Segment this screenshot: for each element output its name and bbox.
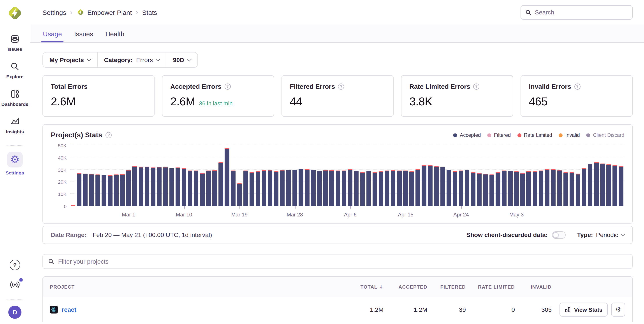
- chart-bar[interactable]: [619, 166, 624, 206]
- whats-new-button[interactable]: [9, 280, 20, 291]
- sidebar-item-explore[interactable]: Explore: [6, 62, 24, 79]
- breadcrumb-settings[interactable]: Settings: [42, 8, 66, 16]
- chart-bar[interactable]: [490, 174, 494, 206]
- chart-bar[interactable]: [606, 165, 611, 206]
- column-rate-limited[interactable]: RATE LIMITED: [466, 284, 515, 290]
- chart-bar[interactable]: [613, 165, 617, 206]
- period-selector[interactable]: 90D: [166, 52, 197, 67]
- sidebar-item-insights[interactable]: Insights: [6, 117, 24, 134]
- chart-bar[interactable]: [249, 172, 254, 206]
- chart-bar[interactable]: [132, 166, 137, 206]
- help-icon[interactable]: ?: [473, 83, 480, 89]
- chart-bar[interactable]: [600, 163, 605, 206]
- tab-issues[interactable]: Issues: [74, 26, 94, 42]
- chart-bar[interactable]: [305, 169, 309, 206]
- sidebar-item-settings[interactable]: ⚙ Settings: [6, 152, 24, 175]
- chart-bar[interactable]: [385, 171, 390, 206]
- chart-bar[interactable]: [194, 171, 198, 206]
- chart-bar[interactable]: [410, 171, 414, 206]
- chart-bar[interactable]: [237, 183, 242, 206]
- chart-bar[interactable]: [138, 167, 143, 206]
- project-filter-input[interactable]: [58, 258, 627, 265]
- chart-bar[interactable]: [551, 169, 556, 206]
- help-icon[interactable]: ?: [574, 83, 580, 89]
- legend-item[interactable]: Filtered: [488, 133, 511, 138]
- chart-bar[interactable]: [570, 172, 574, 206]
- chart-bar[interactable]: [459, 171, 464, 206]
- column-project[interactable]: PROJECT: [50, 284, 334, 290]
- chart-bar[interactable]: [151, 167, 156, 206]
- chart-bar[interactable]: [212, 170, 217, 206]
- project-selector[interactable]: My Projects: [43, 52, 97, 67]
- chart-bar[interactable]: [323, 170, 328, 206]
- chart-bar[interactable]: [582, 168, 586, 206]
- chart-bar[interactable]: [520, 173, 525, 206]
- project-filter[interactable]: [42, 254, 632, 269]
- chart-bar[interactable]: [465, 170, 470, 206]
- chart-bar[interactable]: [219, 162, 223, 206]
- chart-bar[interactable]: [446, 169, 451, 206]
- chart-bar[interactable]: [428, 165, 432, 206]
- chart-bar[interactable]: [163, 167, 168, 206]
- chart-bar[interactable]: [256, 171, 260, 206]
- chart-bar[interactable]: [102, 175, 106, 206]
- chart-bar[interactable]: [545, 169, 550, 206]
- chart-bar[interactable]: [108, 175, 112, 206]
- chart-bar[interactable]: [96, 175, 100, 206]
- chart-bar[interactable]: [360, 172, 365, 206]
- column-invalid[interactable]: INVALID: [515, 284, 552, 290]
- tab-health[interactable]: Health: [105, 26, 125, 42]
- chart-bar[interactable]: [532, 171, 537, 206]
- chart-bar[interactable]: [502, 170, 506, 206]
- org-logo[interactable]: [6, 4, 24, 22]
- chart-bar[interactable]: [496, 172, 500, 206]
- sidebar-item-dashboards[interactable]: Dashboards: [1, 89, 28, 107]
- type-selector[interactable]: Type: Periodic: [577, 231, 624, 238]
- chart-bar[interactable]: [292, 169, 297, 206]
- chart-bar[interactable]: [372, 172, 377, 206]
- help-icon[interactable]: ?: [224, 83, 230, 89]
- chart-bar[interactable]: [434, 166, 439, 206]
- chart-bar[interactable]: [317, 171, 322, 206]
- project-link[interactable]: react: [62, 306, 76, 313]
- chart-bar[interactable]: [77, 173, 82, 206]
- chart-bar[interactable]: [514, 171, 519, 206]
- chart-bar[interactable]: [114, 174, 119, 206]
- legend-item[interactable]: Accepted: [453, 133, 481, 138]
- chart-bar[interactable]: [330, 170, 334, 206]
- category-selector[interactable]: Category: Errors: [97, 52, 166, 67]
- chart-bar[interactable]: [342, 170, 346, 206]
- avatar[interactable]: D: [8, 306, 22, 319]
- sidebar-item-issues[interactable]: Issues: [8, 34, 22, 52]
- chart-bar[interactable]: [557, 170, 562, 206]
- search-input[interactable]: [535, 9, 628, 16]
- chart-bar[interactable]: [416, 169, 420, 206]
- chart-bar[interactable]: [564, 172, 568, 206]
- help-icon[interactable]: ?: [338, 83, 344, 89]
- column-filtered[interactable]: FILTERED: [427, 284, 466, 290]
- chart-bar[interactable]: [588, 164, 592, 206]
- chart-bar[interactable]: [182, 168, 186, 206]
- legend-item[interactable]: Client Discard: [586, 133, 624, 138]
- chart-bar[interactable]: [231, 171, 236, 206]
- chart-bar[interactable]: [336, 171, 340, 206]
- chart-bar[interactable]: [83, 173, 88, 206]
- chart-bar[interactable]: [311, 169, 316, 206]
- chart-bar[interactable]: [206, 171, 211, 206]
- chart-bar[interactable]: [200, 173, 205, 206]
- chart-bar[interactable]: [225, 149, 230, 206]
- chart-bar[interactable]: [366, 171, 371, 206]
- chart-bar[interactable]: [471, 172, 476, 206]
- chart-bar[interactable]: [243, 170, 248, 206]
- chart-bar[interactable]: [348, 169, 352, 206]
- breadcrumb-org[interactable]: Empower Plant: [76, 8, 132, 16]
- chart-bar[interactable]: [477, 173, 482, 206]
- legend-item[interactable]: Rate Limited: [517, 133, 552, 138]
- chart-bar[interactable]: [157, 167, 162, 206]
- chart-bar[interactable]: [379, 171, 383, 206]
- breadcrumb-stats[interactable]: Stats: [142, 8, 157, 16]
- chart-bar[interactable]: [280, 170, 285, 206]
- chart-bar[interactable]: [539, 171, 543, 206]
- client-discard-toggle[interactable]: [552, 231, 566, 239]
- project-settings-button[interactable]: ⚙: [611, 303, 625, 317]
